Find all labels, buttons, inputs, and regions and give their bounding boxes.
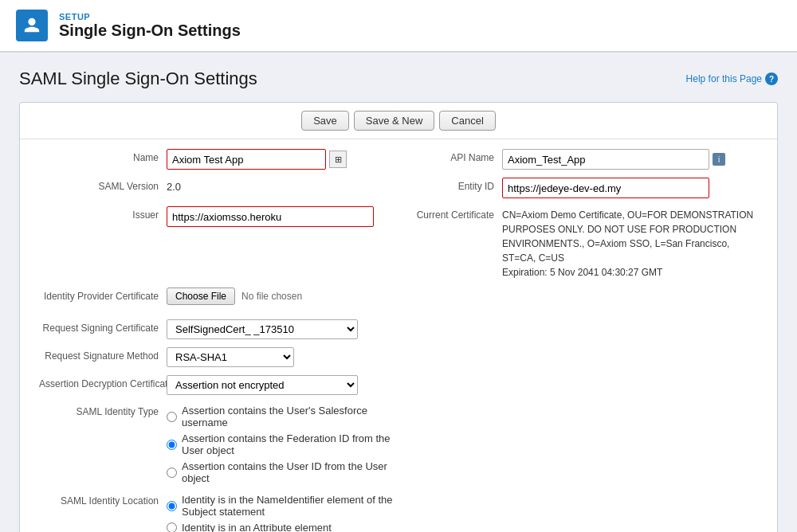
radio-userid-item[interactable]: Assertion contains the User ID from the … <box>167 460 398 484</box>
form-toolbar: Save Save & New Cancel <box>20 103 777 139</box>
radio-attribute-label: Identity is in an Attribute element <box>182 522 332 532</box>
request-signing-cert-label: Request Signing Certificate <box>39 319 167 335</box>
radio-federation-input[interactable] <box>167 440 177 450</box>
saml-version-group: SAML Version 2.0 <box>39 178 398 193</box>
radio-nameid-label: Identity is in the NameIdentifier elemen… <box>182 494 398 518</box>
saml-version-row: SAML Version 2.0 Entity ID <box>39 178 758 198</box>
radio-federation-label: Assertion contains the Federation ID fro… <box>182 432 398 456</box>
saml-identity-type-radio-group: Assertion contains the User's Salesforce… <box>167 403 398 484</box>
saml-identity-type-group: SAML Identity Type Assertion contains th… <box>39 403 398 484</box>
saml-version-value: 2.0 <box>167 178 398 193</box>
request-signing-cert-group: Request Signing Certificate SelfSignedCe… <box>39 319 398 339</box>
file-chooser-row: Choose File No file chosen <box>167 288 302 305</box>
request-sig-method-group: Request Signature Method RSA-SHA1 <box>39 347 398 367</box>
no-file-label: No file chosen <box>241 291 302 302</box>
radio-attribute-item[interactable]: Identity is in an Attribute element <box>167 522 398 532</box>
saml-identity-location-group: SAML Identity Location Identity is in th… <box>39 492 398 532</box>
idp-cert-value: Choose File No file chosen <box>167 288 398 305</box>
issuer-label: Issuer <box>39 206 167 221</box>
main-content: SAML Single Sign-On Settings Help for th… <box>0 53 797 532</box>
help-link[interactable]: Help for this Page ? <box>686 72 778 85</box>
header-icon <box>16 10 48 41</box>
entity-id-input[interactable] <box>502 178 709 198</box>
form-body: Name ⊞ API Name i <box>20 139 777 532</box>
api-name-field-group: API Name i <box>398 149 758 170</box>
choose-file-button[interactable]: Choose File <box>167 288 235 305</box>
assertion-decryption-value: Assertion not encrypted <box>167 375 398 395</box>
name-input[interactable] <box>167 149 326 170</box>
request-sig-method-label: Request Signature Method <box>39 347 167 363</box>
api-name-value: i <box>502 149 758 170</box>
radio-nameid-input[interactable] <box>167 501 177 511</box>
lookup-icon[interactable]: ⊞ <box>329 151 347 168</box>
assertion-decryption-label: Assertion Decryption Certificate <box>39 375 167 391</box>
saml-identity-type-label: SAML Identity Type <box>39 403 167 419</box>
request-sig-method-select[interactable]: RSA-SHA1 <box>167 347 294 367</box>
entity-id-value <box>502 178 758 198</box>
help-link-text: Help for this Page <box>686 73 762 84</box>
assertion-decryption-group: Assertion Decryption Certificate Asserti… <box>39 375 398 395</box>
current-cert-value: CN=Axiom Demo Certificate, OU=FOR DEMONS… <box>502 206 758 280</box>
api-name-label: API Name <box>398 149 502 163</box>
page-heading-row: SAML Single Sign-On Settings Help for th… <box>19 68 778 89</box>
idp-cert-label: Identity Provider Certificate <box>39 288 167 303</box>
name-value: ⊞ <box>167 149 398 170</box>
saml-identity-type-value: Assertion contains the User's Salesforce… <box>167 403 398 484</box>
name-label: Name <box>39 149 167 163</box>
request-signing-cert-row: Request Signing Certificate SelfSignedCe… <box>39 319 758 339</box>
radio-nameid-item[interactable]: Identity is in the NameIdentifier elemen… <box>167 494 398 518</box>
request-sig-method-row: Request Signature Method RSA-SHA1 <box>39 347 758 367</box>
setup-label: SETUP <box>59 12 241 22</box>
saml-version-text: 2.0 <box>167 178 181 193</box>
idp-cert-group: Identity Provider Certificate Choose Fil… <box>39 288 398 305</box>
name-api-row: Name ⊞ API Name i <box>39 149 758 170</box>
top-header: SETUP Single Sign-On Settings <box>0 0 797 53</box>
header-page-title: Single Sign-On Settings <box>59 22 241 40</box>
entity-id-label: Entity ID <box>398 178 502 192</box>
issuer-cert-row: Issuer Current Certificate CN=Axiom Demo… <box>39 206 758 280</box>
radio-salesforce-item[interactable]: Assertion contains the User's Salesforce… <box>167 405 398 428</box>
form-container: Save Save & New Cancel Name ⊞ API <box>19 102 778 532</box>
current-cert-group: Current Certificate CN=Axiom Demo Certif… <box>398 206 758 280</box>
assertion-decryption-row: Assertion Decryption Certificate Asserti… <box>39 375 758 395</box>
current-cert-label: Current Certificate <box>398 206 502 221</box>
request-signing-cert-select[interactable]: SelfSignedCert_ _173510 <box>167 319 358 339</box>
radio-salesforce-label: Assertion contains the User's Salesforce… <box>182 405 398 428</box>
save-button[interactable]: Save <box>301 111 349 131</box>
issuer-value <box>167 206 398 227</box>
cancel-button[interactable]: Cancel <box>439 111 495 131</box>
help-icon: ? <box>765 72 778 85</box>
save-new-button[interactable]: Save & New <box>354 111 435 131</box>
issuer-input[interactable] <box>167 206 374 227</box>
request-signing-cert-value: SelfSignedCert_ _173510 <box>167 319 398 339</box>
radio-userid-input[interactable] <box>167 467 177 478</box>
radio-salesforce-input[interactable] <box>167 412 177 422</box>
radio-userid-label: Assertion contains the User ID from the … <box>182 460 398 484</box>
assertion-decryption-select[interactable]: Assertion not encrypted <box>167 375 358 395</box>
api-name-input[interactable] <box>502 149 709 170</box>
entity-id-group: Entity ID <box>398 178 758 198</box>
radio-federation-item[interactable]: Assertion contains the Federation ID fro… <box>167 432 398 456</box>
issuer-group: Issuer <box>39 206 398 227</box>
header-text: SETUP Single Sign-On Settings <box>59 12 241 40</box>
page-heading: SAML Single Sign-On Settings <box>19 68 257 89</box>
idp-cert-row: Identity Provider Certificate Choose Fil… <box>39 288 758 305</box>
saml-identity-type-row: SAML Identity Type Assertion contains th… <box>39 403 758 484</box>
cert-text: CN=Axiom Demo Certificate, OU=FOR DEMONS… <box>502 206 757 280</box>
saml-identity-location-row: SAML Identity Location Identity is in th… <box>39 492 758 532</box>
radio-attribute-input[interactable] <box>167 522 177 532</box>
saml-version-label: SAML Version <box>39 178 167 192</box>
saml-identity-location-radio-group: Identity is in the NameIdentifier elemen… <box>167 492 398 532</box>
saml-identity-location-value: Identity is in the NameIdentifier elemen… <box>167 492 398 532</box>
request-sig-method-value: RSA-SHA1 <box>167 347 398 367</box>
api-name-info-icon[interactable]: i <box>713 153 725 166</box>
name-input-wrap: ⊞ <box>167 149 347 170</box>
api-name-wrap: i <box>502 149 725 170</box>
name-field-group: Name ⊞ <box>39 149 398 170</box>
saml-identity-location-label: SAML Identity Location <box>39 492 167 508</box>
